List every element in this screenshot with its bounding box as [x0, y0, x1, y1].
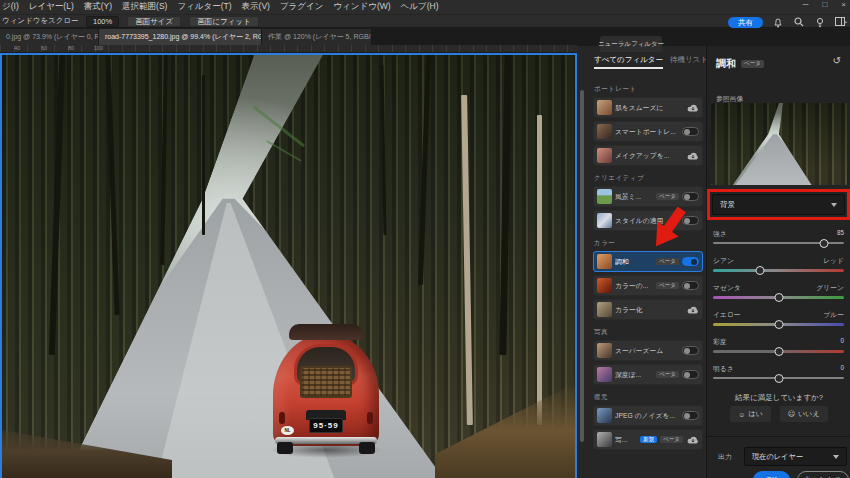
- cloud-download-icon[interactable]: [686, 150, 699, 161]
- filter-color-transfer[interactable]: カラーの... ベータ: [593, 275, 703, 296]
- feedback-no-button[interactable]: ☹いいえ: [779, 405, 829, 423]
- slider-handle[interactable]: [774, 320, 783, 329]
- filter-makeup-transfer[interactable]: メイクアップを...: [593, 145, 703, 166]
- zoom-percent-field[interactable]: 100%: [86, 16, 119, 27]
- menu-help[interactable]: ヘルプ(H): [401, 1, 439, 13]
- scroll-all-windows-label[interactable]: ウィンドウをスクロール: [2, 16, 78, 26]
- filter-thumbnail: [597, 432, 612, 447]
- toggle-on[interactable]: [682, 257, 699, 266]
- menu-select[interactable]: 選択範囲(S): [122, 1, 167, 13]
- slider-strength: 強さ85: [713, 229, 844, 256]
- minimize-button[interactable]: ─: [803, 0, 809, 9]
- beta-badge: ベータ: [656, 258, 679, 266]
- smiley-happy-icon: ☺: [738, 411, 745, 418]
- cloud-download-icon[interactable]: [686, 102, 699, 113]
- document-tab-2-active[interactable]: road-7773395_1280.jpg @ 99.4% (レイヤー 2, R…: [99, 29, 262, 45]
- taillight-right: [367, 412, 373, 424]
- license-plate: 95·59: [309, 418, 343, 433]
- discover-lightbulb-icon[interactable]: [814, 16, 826, 28]
- category-creative: クリエイティブ: [594, 174, 703, 183]
- maximize-button[interactable]: □: [822, 0, 827, 9]
- cloud-download-icon[interactable]: [686, 434, 699, 445]
- filter-smart-portrait[interactable]: スマートポートレ...: [593, 121, 703, 142]
- toggle-off[interactable]: [682, 281, 699, 290]
- country-badge: NL: [281, 426, 294, 435]
- filters-scrollbar[interactable]: [580, 90, 584, 442]
- document-canvas[interactable]: 95·59 NL: [0, 53, 577, 478]
- options-bar: ウィンドウをスクロール 100% 画面サイズ 画面にフィット 共有: [0, 14, 850, 28]
- close-button[interactable]: ×: [841, 0, 846, 9]
- document-tab-1[interactable]: 0.jpg @ 73.9% (レイヤー 0, RGB/8#) *×: [0, 29, 99, 45]
- menu-type[interactable]: 書式(Y): [84, 1, 112, 13]
- fit-on-screen-button[interactable]: 画面にフィット: [189, 16, 258, 27]
- slider-yellow-blue: イエローブルー: [713, 310, 844, 337]
- filters-list-panel: すべてのフィルター待機リスト… ポートレート 肌をスムーズに スマートポートレ.…: [577, 45, 706, 478]
- filter-colorize[interactable]: カラー化: [593, 299, 703, 320]
- neural-filters-panel-tab[interactable]: ニューラルフィルター: [600, 36, 662, 52]
- annotation-red-rectangle: [707, 189, 850, 220]
- feedback-yes-button[interactable]: ☺はい: [729, 405, 771, 423]
- annotation-red-arrow: [644, 203, 692, 255]
- menu-view[interactable]: 表示(V): [242, 1, 270, 13]
- filters-list: ポートレート 肌をスムーズに スマートポートレ... メイクアップを... クリ…: [593, 80, 703, 453]
- fit-screen-size-button[interactable]: 画面サイズ: [127, 16, 181, 27]
- slider-handle[interactable]: [774, 347, 783, 356]
- category-photography: 写真: [594, 328, 703, 337]
- document-tab-3[interactable]: 作業 @ 120% (レイヤー 5, RGB/8) *×: [262, 29, 372, 45]
- menu-window[interactable]: ウィンドウ(W): [333, 1, 390, 13]
- smiley-sad-icon: ☹: [788, 410, 795, 418]
- toggle-off[interactable]: [682, 370, 699, 379]
- filter-thumbnail: [597, 100, 612, 115]
- slider-brightness: 明るさ0: [713, 364, 844, 391]
- beta-badge: ベータ: [656, 282, 679, 290]
- beta-badge: ベータ: [660, 436, 683, 444]
- slider-handle[interactable]: [756, 266, 765, 275]
- taillight-left: [279, 412, 285, 424]
- menu-plugins[interactable]: プラグイン: [280, 1, 324, 13]
- toggle-off[interactable]: [682, 192, 699, 201]
- chevron-down-icon: [833, 455, 839, 459]
- filter-thumbnail: [597, 367, 612, 382]
- filter-jpeg-artifacts-removal[interactable]: JPEG のノイズを...: [593, 405, 703, 426]
- share-button[interactable]: 共有: [728, 17, 763, 28]
- reset-icon[interactable]: ↺: [833, 55, 841, 66]
- tab-all-filters[interactable]: すべてのフィルター: [594, 55, 663, 69]
- cancel-button[interactable]: キャンセル: [797, 471, 849, 478]
- workspace-switcher-icon[interactable]: [835, 16, 847, 28]
- beta-badge: ベータ: [656, 193, 679, 201]
- horizontal-ruler[interactable]: 40 60 80 100: [0, 45, 577, 53]
- slider-magenta-green: マゼンタグリーン: [713, 283, 844, 310]
- filter-thumbnail: [597, 213, 612, 228]
- toggle-off[interactable]: [682, 411, 699, 420]
- wicker-basket: [300, 366, 352, 398]
- slider-handle[interactable]: [820, 239, 829, 248]
- filter-thumbnail: [597, 302, 612, 317]
- filter-thumbnail: [597, 254, 612, 269]
- filter-super-zoom[interactable]: スーパーズーム: [593, 340, 703, 361]
- menu-layer[interactable]: レイヤー(L): [29, 1, 74, 13]
- photoshop-window: ジ(I) レイヤー(L) 書式(Y) 選択範囲(S) フィルター(T) 表示(V…: [0, 0, 850, 478]
- output-select[interactable]: 現在のレイヤー: [744, 447, 847, 466]
- toggle-off[interactable]: [682, 346, 699, 355]
- filter-thumbnail: [597, 408, 612, 423]
- slider-track[interactable]: [713, 269, 844, 272]
- filter-photo-restoration[interactable]: 写... 新規 ベータ: [593, 429, 703, 450]
- slider-handle[interactable]: [774, 293, 783, 302]
- divider: [707, 436, 850, 437]
- document-tab-bar: 0.jpg @ 73.9% (レイヤー 0, RGB/8#) *× road-7…: [0, 29, 850, 45]
- menu-filter[interactable]: フィルター(T): [177, 1, 231, 13]
- filter-depth-blur[interactable]: 深度ぼ... ベータ: [593, 364, 703, 385]
- red-vintage-car: 95·59 NL: [273, 324, 379, 454]
- toggle-off[interactable]: [682, 127, 699, 136]
- filter-thumbnail: [597, 278, 612, 293]
- ok-button[interactable]: OK: [753, 471, 790, 478]
- category-portrait: ポートレート: [594, 85, 703, 94]
- cloud-download-icon[interactable]: [686, 304, 699, 315]
- filter-thumbnail: [597, 124, 612, 139]
- search-icon[interactable]: [793, 16, 805, 28]
- slider-cyan-red: シアンレッド: [713, 256, 844, 283]
- notifications-bell-icon[interactable]: [772, 16, 784, 28]
- slider-handle[interactable]: [774, 374, 783, 383]
- filter-skin-smoothing[interactable]: 肌をスムーズに: [593, 97, 703, 118]
- menu-image[interactable]: ジ(I): [2, 1, 19, 13]
